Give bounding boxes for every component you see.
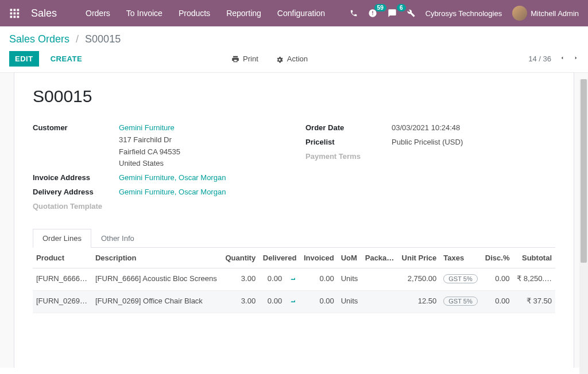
label-invoice-address: Invoice Address	[33, 172, 119, 184]
control-panel: Sales Orders / S00015 EDIT CREATE Print …	[0, 26, 588, 73]
menu-to-invoice[interactable]: To Invoice	[126, 9, 163, 18]
wrench-icon[interactable]	[407, 9, 415, 17]
apps-icon[interactable]	[9, 8, 20, 18]
cell-uom: Units	[338, 290, 362, 313]
avatar	[512, 6, 527, 21]
gear-icon	[276, 55, 284, 63]
user-menu[interactable]: Mitchell Admin	[512, 6, 579, 21]
notebook-tabs: Order Lines Other Info	[33, 229, 555, 248]
edit-button[interactable]: EDIT	[9, 51, 39, 67]
pager: 14 / 36	[528, 54, 579, 64]
tab-other-info[interactable]: Other Info	[91, 229, 144, 248]
chart-icon[interactable]	[285, 297, 296, 305]
order-name: S00015	[33, 87, 555, 106]
scrollbar-thumb[interactable]	[581, 79, 587, 263]
col-uom[interactable]: UoM	[338, 248, 362, 268]
table-row[interactable]: [FURN_6666]… [FURN_6666] Acoustic Bloc S…	[33, 268, 555, 290]
customer-addr1: 317 Fairchild Dr	[119, 135, 172, 144]
cell-unit-price: 12.50	[398, 290, 440, 313]
svg-rect-4	[14, 13, 16, 15]
messages-icon[interactable]: 6	[388, 9, 397, 18]
print-dropdown[interactable]: Print	[231, 54, 258, 63]
label-delivery-address: Delivery Address	[33, 186, 119, 198]
svg-rect-7	[14, 16, 16, 18]
menu-reporting[interactable]: Reporting	[226, 9, 261, 18]
menu-products[interactable]: Products	[179, 9, 210, 18]
cell-unit-price: 2,750.00	[398, 268, 440, 290]
label-order-date: Order Date	[305, 122, 392, 134]
col-invoiced[interactable]: Invoiced	[300, 248, 337, 268]
col-taxes[interactable]: Taxes	[440, 248, 481, 268]
breadcrumb-current: S00015	[85, 33, 121, 45]
messages-badge: 6	[397, 4, 406, 11]
cell-invoiced: 0.00	[300, 268, 337, 290]
svg-rect-1	[14, 9, 16, 11]
tab-order-lines[interactable]: Order Lines	[33, 229, 91, 248]
form-sheet: S00015 Customer Gemini Furniture 317 Fai…	[14, 73, 574, 368]
col-disc[interactable]: Disc.%	[481, 248, 513, 268]
create-button[interactable]: CREATE	[45, 51, 88, 67]
label-pricelist: Pricelist	[305, 137, 392, 149]
pager-prev[interactable]	[559, 54, 565, 64]
col-product[interactable]: Product	[33, 248, 92, 268]
cell-product: [FURN_6666]…	[36, 274, 88, 283]
cell-quantity: 3.00	[222, 268, 259, 290]
cell-quantity: 3.00	[222, 290, 259, 313]
cell-delivered: 0.00	[259, 268, 300, 290]
breadcrumb-sep: /	[76, 33, 79, 45]
col-unit-price[interactable]: Unit Price	[398, 248, 440, 268]
menu-configuration[interactable]: Configuration	[277, 9, 325, 18]
cell-product: [FURN_0269]…	[36, 297, 88, 305]
top-navbar: Sales Orders To Invoice Products Reporti…	[0, 0, 588, 26]
label-quotation-template: Quotation Template	[33, 201, 119, 213]
svg-rect-2	[17, 9, 20, 11]
invoice-address-link[interactable]: Gemini Furniture, Oscar Morgan	[119, 173, 226, 182]
tax-tag: GST 5%	[443, 274, 477, 283]
cell-package	[362, 268, 398, 290]
action-row: EDIT CREATE Print Action 14 / 36	[0, 49, 588, 72]
svg-rect-0	[10, 9, 13, 11]
delivery-address-link[interactable]: Gemini Furniture, Oscar Morgan	[119, 188, 226, 196]
activities-badge: 59	[374, 4, 386, 11]
order-lines-table: Product Description Quantity Delivered I…	[33, 248, 555, 313]
svg-rect-3	[10, 13, 13, 15]
activities-icon[interactable]: 59	[368, 9, 377, 18]
app-brand[interactable]: Sales	[31, 7, 57, 20]
main-menu: Orders To Invoice Products Reporting Con…	[86, 9, 350, 18]
chart-icon[interactable]	[285, 274, 296, 283]
col-package[interactable]: Packa…	[362, 248, 398, 268]
col-quantity[interactable]: Quantity	[222, 248, 259, 268]
action-dropdown[interactable]: Action	[276, 54, 308, 63]
user-name: Mitchell Admin	[531, 9, 579, 18]
svg-rect-5	[17, 13, 20, 15]
value-customer: Gemini Furniture 317 Fairchild Dr Fairfi…	[119, 122, 283, 170]
form-scroll[interactable]: S00015 Customer Gemini Furniture 317 Fai…	[0, 73, 588, 368]
action-label: Action	[287, 54, 308, 63]
cell-description: [FURN_0269] Office Chair Black	[92, 290, 222, 313]
pager-next[interactable]	[573, 54, 579, 64]
breadcrumb-root[interactable]: Sales Orders	[9, 33, 69, 45]
menu-orders[interactable]: Orders	[86, 9, 110, 18]
phone-icon[interactable]	[350, 9, 358, 17]
tax-tag: GST 5%	[443, 297, 477, 306]
cell-taxes: GST 5%	[440, 290, 481, 313]
navbar-right: 59 6 Cybrosys Technologies Mitchell Admi…	[350, 6, 579, 21]
company-switcher[interactable]: Cybrosys Technologies	[425, 9, 502, 18]
table-row[interactable]: [FURN_0269]… [FURN_0269] Office Chair Bl…	[33, 290, 555, 313]
cell-description: [FURN_6666] Acoustic Bloc Screens	[92, 268, 222, 290]
col-delivered[interactable]: Delivered	[259, 248, 300, 268]
svg-rect-6	[10, 16, 13, 18]
svg-rect-8	[17, 16, 20, 18]
col-description[interactable]: Description	[92, 248, 222, 268]
label-payment-terms: Payment Terms	[305, 151, 392, 163]
customer-link[interactable]: Gemini Furniture	[119, 123, 175, 132]
print-icon	[231, 55, 239, 63]
col-subtotal[interactable]: Subtotal	[513, 248, 556, 268]
cell-taxes: GST 5%	[440, 268, 481, 290]
cell-disc: 0.00	[481, 268, 513, 290]
cell-uom: Units	[338, 268, 362, 290]
cell-invoiced: 0.00	[300, 290, 337, 313]
cell-disc: 0.00	[481, 290, 513, 313]
customer-country: United States	[119, 159, 164, 167]
value-pricelist: Public Pricelist (USD)	[392, 137, 555, 149]
